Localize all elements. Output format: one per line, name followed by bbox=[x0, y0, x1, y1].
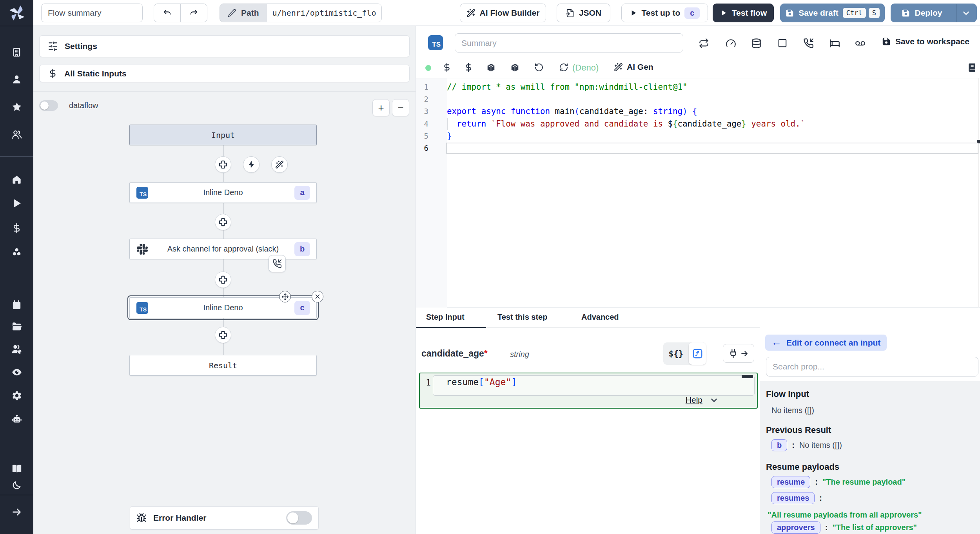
topbar: Path u/henri/optimistic_flo AI Flow Buil… bbox=[33, 0, 980, 26]
cache-icon[interactable] bbox=[751, 38, 762, 49]
sidebar-item-home[interactable] bbox=[0, 174, 33, 185]
move-step-handle[interactable] bbox=[279, 291, 291, 302]
dark-mode-toggle-icon[interactable] bbox=[0, 480, 33, 490]
insert-step-button[interactable] bbox=[215, 327, 231, 343]
delete-step-button[interactable] bbox=[312, 291, 323, 302]
prop-badge-resume[interactable]: resume bbox=[771, 476, 810, 488]
active-tab-underline bbox=[416, 327, 486, 328]
reload-icon[interactable] bbox=[559, 63, 568, 72]
flow-node-step-a[interactable]: TS Inline Deno a bbox=[129, 182, 317, 203]
field-type: string bbox=[510, 350, 529, 359]
sleep-icon[interactable] bbox=[829, 38, 840, 49]
insert-step-button[interactable] bbox=[215, 272, 231, 288]
ai-gen-button[interactable]: AI Gen bbox=[614, 62, 653, 72]
deploy-button[interactable]: Deploy bbox=[891, 4, 977, 22]
resume-payloads-title: Resume payloads bbox=[766, 462, 839, 472]
insert-step-button[interactable] bbox=[215, 214, 231, 230]
sidebar-item-workers[interactable] bbox=[0, 344, 33, 355]
mock-icon[interactable] bbox=[855, 38, 866, 49]
insert-trigger-button[interactable] bbox=[243, 156, 260, 173]
sidebar-item-resources[interactable] bbox=[0, 247, 33, 258]
dataflow-toggle[interactable] bbox=[39, 100, 58, 111]
summary-input[interactable] bbox=[455, 33, 683, 52]
javascript-mode-button[interactable] bbox=[689, 342, 706, 365]
expression-scrollbar[interactable] bbox=[742, 375, 753, 378]
code-editor[interactable]: 1// import * as wmill from "npm:windmill… bbox=[416, 78, 980, 308]
sidebar-collapse-button[interactable] bbox=[0, 507, 33, 518]
resources-icon[interactable] bbox=[486, 63, 496, 72]
error-handler-toggle[interactable] bbox=[286, 511, 312, 525]
test-up-to-button[interactable]: Test up to c bbox=[621, 4, 708, 22]
zoom-in-button[interactable]: + bbox=[372, 99, 390, 116]
insert-ai-step-button[interactable] bbox=[271, 156, 288, 173]
documentation-icon[interactable] bbox=[967, 63, 977, 72]
reset-icon[interactable] bbox=[534, 63, 544, 72]
sidebar-item-folders[interactable] bbox=[0, 321, 33, 332]
sidebar-item-user[interactable] bbox=[0, 74, 33, 85]
previous-result-title: Previous Result bbox=[766, 425, 831, 435]
deploy-dropdown-button[interactable] bbox=[956, 4, 976, 22]
sidebar-item-docs[interactable] bbox=[0, 463, 33, 474]
sidebar-item-schedules[interactable] bbox=[0, 299, 33, 310]
sidebar-item-groups[interactable] bbox=[0, 129, 33, 140]
resumes-value: "All resume payloads from all approvers" bbox=[768, 510, 922, 520]
sidebar-item-audit-logs[interactable] bbox=[0, 367, 33, 378]
retry-icon[interactable] bbox=[699, 38, 709, 49]
json-button[interactable]: JSON bbox=[557, 4, 610, 22]
sidebar-item-workspace[interactable] bbox=[0, 47, 33, 58]
insert-step-button[interactable] bbox=[215, 156, 231, 173]
flow-settings-card[interactable]: Settings bbox=[39, 35, 410, 57]
prop-badge-resumes[interactable]: resumes bbox=[771, 492, 815, 504]
resource-types-icon[interactable] bbox=[510, 63, 520, 72]
code-line-5[interactable]: 5} bbox=[416, 130, 980, 142]
code-line-6[interactable]: 6 bbox=[416, 142, 980, 154]
code-line-4[interactable]: 4 return `Flow was approved and candidat… bbox=[416, 118, 980, 130]
sidebar-item-variables[interactable] bbox=[0, 223, 33, 234]
test-flow-button[interactable]: Test flow bbox=[713, 4, 774, 22]
step-id-badge: a bbox=[294, 186, 310, 200]
connect-input-button[interactable] bbox=[723, 344, 754, 363]
save-draft-button[interactable]: Save draft Ctrl S bbox=[780, 4, 885, 22]
prop-badge-b[interactable]: b bbox=[771, 439, 787, 451]
search-prop-input[interactable] bbox=[766, 357, 978, 377]
early-stop-icon[interactable] bbox=[777, 38, 788, 48]
path-widget[interactable]: Path u/henri/optimistic_flo bbox=[220, 4, 382, 22]
tab-test-this-step[interactable]: Test this step bbox=[497, 313, 547, 322]
save-to-workspace-button[interactable]: Save to workspace bbox=[882, 37, 969, 46]
sidebar-item-favorites[interactable] bbox=[0, 101, 33, 112]
contextual-variables-icon[interactable] bbox=[464, 63, 473, 72]
sidebar-item-runs[interactable] bbox=[0, 197, 33, 209]
code-line-2[interactable]: 2 bbox=[416, 93, 980, 105]
suspend-icon[interactable] bbox=[803, 38, 814, 49]
flow-node-step-b[interactable]: Ask channel for approval (slack) b bbox=[129, 239, 317, 259]
tab-step-input[interactable]: Step Input bbox=[426, 313, 465, 322]
code-line-3[interactable]: 3export async function main(candidate_ag… bbox=[416, 105, 980, 118]
connect-input-panel: ← Edit or connect an input Flow Input No… bbox=[760, 308, 980, 534]
code-line-1[interactable]: 1// import * as wmill from "npm:windmill… bbox=[416, 81, 980, 93]
variables-icon[interactable] bbox=[442, 63, 452, 72]
error-handler-label: Error Handler bbox=[153, 513, 206, 523]
help-link[interactable]: Help bbox=[686, 395, 702, 405]
zoom-out-button[interactable]: − bbox=[392, 99, 409, 116]
all-static-inputs-card[interactable]: All Static Inputs bbox=[39, 65, 410, 82]
flow-node-input[interactable]: Input bbox=[129, 125, 317, 145]
ai-flow-builder-button[interactable]: AI Flow Builder bbox=[460, 4, 546, 22]
flow-node-result[interactable]: Result bbox=[129, 355, 317, 376]
windmill-logo-icon[interactable] bbox=[0, 4, 33, 22]
sidebar-item-ai[interactable] bbox=[0, 414, 33, 425]
prop-badge-approvers[interactable]: approvers bbox=[771, 521, 820, 534]
chevron-down-icon[interactable] bbox=[710, 396, 719, 405]
error-handler-card[interactable]: Error Handler bbox=[130, 506, 319, 530]
template-mode-label[interactable]: ${} bbox=[663, 349, 689, 358]
flow-summary-input[interactable] bbox=[41, 4, 143, 22]
undo-button[interactable] bbox=[154, 4, 180, 22]
save-icon bbox=[882, 37, 891, 46]
sidebar-item-settings[interactable] bbox=[0, 390, 33, 401]
concurrency-limit-icon[interactable] bbox=[726, 38, 736, 49]
expression-editor[interactable]: 1 resume["Age"] Help bbox=[419, 373, 758, 409]
edit-or-connect-button[interactable]: ← Edit or connect an input bbox=[765, 335, 887, 351]
redo-button[interactable] bbox=[180, 4, 207, 22]
tab-advanced[interactable]: Advanced bbox=[581, 313, 619, 322]
typescript-icon: TS bbox=[428, 35, 443, 50]
step-id-badge: b bbox=[294, 242, 310, 256]
